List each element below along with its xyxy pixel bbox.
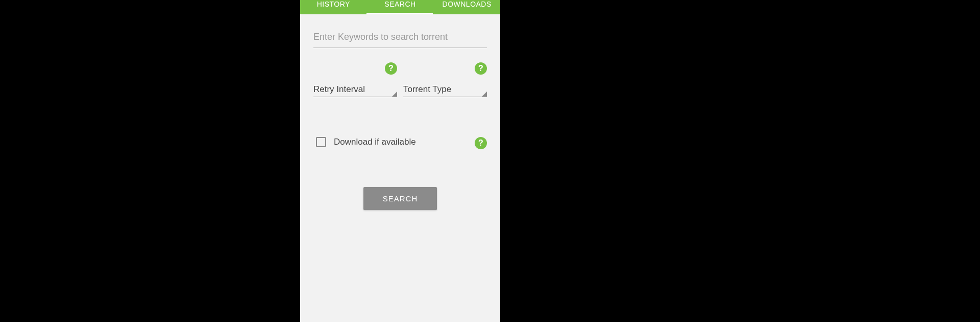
search-input[interactable] (313, 28, 487, 48)
torrent-type-field: ? Torrent Type (403, 62, 487, 97)
help-icon[interactable]: ? (385, 62, 397, 75)
search-content: ? Retry Interval ? Torrent Type Download (300, 14, 500, 322)
tab-search-label: SEARCH (384, 0, 415, 8)
retry-interval-field: ? Retry Interval (313, 62, 397, 97)
tab-bar: HISTORY SEARCH DOWNLOADS (300, 0, 500, 14)
search-button-label: SEARCH (383, 194, 418, 203)
help-icon[interactable]: ? (475, 62, 487, 75)
download-available-checkbox[interactable] (316, 137, 326, 147)
search-button[interactable]: SEARCH (363, 187, 437, 210)
dropdown-arrow-icon (392, 91, 397, 97)
tab-history[interactable]: HISTORY (300, 0, 367, 14)
help-glyph: ? (478, 139, 483, 148)
tab-history-label: HISTORY (317, 0, 350, 8)
search-button-wrap: SEARCH (313, 187, 487, 210)
options-row: ? Retry Interval ? Torrent Type (313, 62, 487, 97)
app-viewport: HISTORY SEARCH DOWNLOADS ? Retry Interva… (300, 0, 500, 322)
torrent-type-dropdown[interactable]: Torrent Type (403, 82, 487, 97)
help-icon[interactable]: ? (475, 137, 487, 149)
help-glyph: ? (478, 64, 483, 73)
tab-search[interactable]: SEARCH (367, 0, 434, 14)
retry-interval-label: Retry Interval (313, 84, 365, 95)
download-available-row: Download if available ? (313, 137, 487, 147)
active-tab-indicator (366, 13, 433, 14)
help-glyph: ? (388, 64, 394, 73)
torrent-type-label: Torrent Type (403, 84, 451, 95)
dropdown-arrow-icon (482, 91, 487, 97)
retry-interval-dropdown[interactable]: Retry Interval (313, 82, 397, 97)
download-available-label: Download if available (334, 137, 416, 147)
tab-downloads[interactable]: DOWNLOADS (433, 0, 500, 14)
tab-downloads-label: DOWNLOADS (443, 0, 492, 8)
